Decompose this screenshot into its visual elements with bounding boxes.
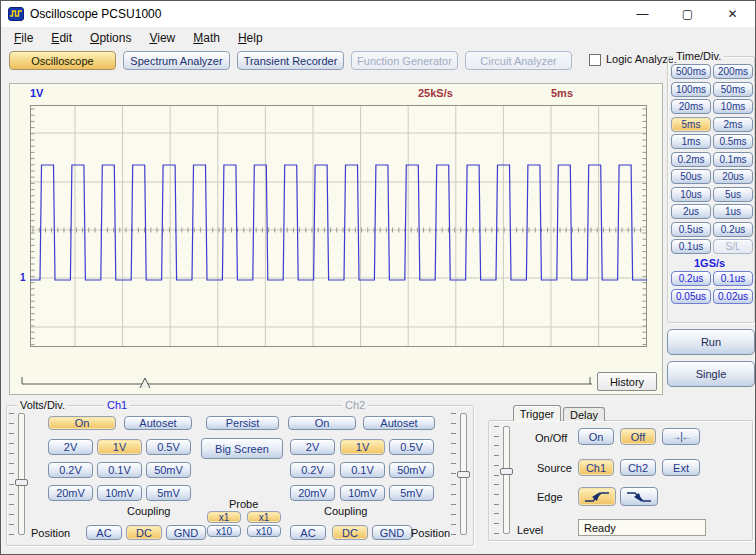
timediv-20ms[interactable]: 20ms <box>671 99 711 114</box>
rising-edge-icon[interactable] <box>578 487 616 506</box>
timediv-2us[interactable]: 2us <box>671 204 711 219</box>
ch1-position-label: Position <box>31 527 70 539</box>
timediv-1us[interactable]: 1us <box>713 204 753 219</box>
ch1-coupling-ac[interactable]: AC <box>86 525 122 540</box>
ch1-volts-0-2v[interactable]: 0.2V <box>48 462 93 478</box>
horizontal-position-slider[interactable] <box>18 372 596 390</box>
menubar: FileEditOptionsViewMathHelp <box>1 27 755 49</box>
trigger-level-slider[interactable] <box>494 426 512 534</box>
menu-help[interactable]: Help <box>229 29 272 47</box>
timediv-0-5ms[interactable]: 0.5ms <box>713 134 753 149</box>
ch1-volts-0-1v[interactable]: 0.1V <box>97 462 142 478</box>
menu-options[interactable]: Options <box>81 29 140 47</box>
timediv-gs-0-1us[interactable]: 0.1us <box>713 271 753 286</box>
voltsdiv-title: Volts/Div. <box>17 399 68 411</box>
ch1-volts-20mv[interactable]: 20mV <box>48 485 93 501</box>
trigger-off-button[interactable]: Off <box>620 428 656 445</box>
menu-math[interactable]: Math <box>184 29 229 47</box>
ch2-volts-5mv[interactable]: 5mV <box>389 485 434 501</box>
persist-button[interactable]: Persist <box>206 416 279 430</box>
menu-view[interactable]: View <box>140 29 184 47</box>
ch1-position-slider[interactable] <box>9 413 27 535</box>
ch2-volts-10mv[interactable]: 10mV <box>340 485 385 501</box>
waveform-plot <box>30 105 647 347</box>
trigger-source-label: Source <box>537 462 572 474</box>
timediv-0-2ms[interactable]: 0.2ms <box>671 152 711 167</box>
timediv-gs-0-2us[interactable]: 0.2us <box>671 271 711 286</box>
timediv-500ms[interactable]: 500ms <box>671 64 711 79</box>
gigasample-label: 1GS/s <box>694 257 725 269</box>
ch2-position-slider[interactable] <box>451 413 469 535</box>
timediv-5us[interactable]: 5us <box>713 187 753 202</box>
ch1-on-button[interactable]: On <box>48 416 116 430</box>
ch1-probe-x10[interactable]: x10 <box>207 525 241 537</box>
timediv-10ms[interactable]: 10ms <box>713 99 753 114</box>
timediv-1ms[interactable]: 1ms <box>671 134 711 149</box>
ch1-volts-2v[interactable]: 2V <box>48 439 93 455</box>
big-screen-button[interactable]: Big Screen <box>201 438 283 459</box>
ch1-probe-x1[interactable]: x1 <box>207 511 241 523</box>
ch1-coupling-dc[interactable]: DC <box>126 525 162 540</box>
minimize-icon[interactable]: — <box>620 1 665 27</box>
ch2-volts-50mv[interactable]: 50mV <box>389 462 434 478</box>
ch2-volts-2v[interactable]: 2V <box>290 439 335 455</box>
timediv-0-2us[interactable]: 0.2us <box>713 222 753 237</box>
ch2-volts-0-1v[interactable]: 0.1V <box>340 462 385 478</box>
timediv-100ms[interactable]: 100ms <box>671 82 711 97</box>
single-button[interactable]: Single <box>667 361 755 387</box>
tab-delay[interactable]: Delay <box>563 407 605 421</box>
timediv-0-1us[interactable]: 0.1us <box>671 239 711 254</box>
ch2-coupling-gnd[interactable]: GND <box>372 525 412 540</box>
tab-transient-recorder[interactable]: Transient Recorder <box>237 51 344 70</box>
ch2-volts-1v[interactable]: 1V <box>340 439 385 455</box>
timediv-20us[interactable]: 20us <box>713 169 753 184</box>
menu-file[interactable]: File <box>5 29 42 47</box>
maximize-icon[interactable]: ▢ <box>665 1 710 27</box>
ch1-volts-10mv[interactable]: 10mV <box>97 485 142 501</box>
ch2-coupling-dc[interactable]: DC <box>332 525 368 540</box>
timediv-200ms[interactable]: 200ms <box>713 64 753 79</box>
falling-edge-icon[interactable] <box>620 487 658 506</box>
ch2-probe-x10[interactable]: x10 <box>247 525 281 537</box>
timediv-0-1ms[interactable]: 0.1ms <box>713 152 753 167</box>
timediv-50us[interactable]: 50us <box>671 169 711 184</box>
ch1-coupling-gnd[interactable]: GND <box>166 525 206 540</box>
trigger-center-icon[interactable]: →|← <box>662 428 700 445</box>
timediv-gs-0-05us[interactable]: 0.05us <box>671 289 711 304</box>
ch2-probe-x1[interactable]: x1 <box>247 511 281 523</box>
ch2-position-label: Position <box>411 527 450 539</box>
history-button[interactable]: History <box>597 372 657 391</box>
titlebar: Oscilloscope PCSU1000 — ▢ ✕ <box>1 1 755 27</box>
ch2-volts-20mv[interactable]: 20mV <box>290 485 335 501</box>
ch2-autoset-button[interactable]: Autoset <box>363 416 435 430</box>
ch1-volts-5mv[interactable]: 5mV <box>146 485 191 501</box>
tab-trigger[interactable]: Trigger <box>513 405 561 421</box>
close-icon[interactable]: ✕ <box>710 1 755 27</box>
tab-oscilloscope[interactable]: Oscilloscope <box>9 51 116 70</box>
ch1-autoset-button[interactable]: Autoset <box>124 416 192 430</box>
trigger-source-ch1[interactable]: Ch1 <box>578 459 614 476</box>
ch1-volts-1v[interactable]: 1V <box>97 439 142 455</box>
run-button[interactable]: Run <box>667 329 755 355</box>
timediv-10us[interactable]: 10us <box>671 187 711 202</box>
ch1-volts-0-5v[interactable]: 0.5V <box>146 439 191 455</box>
ch1-volts-50mv[interactable]: 50mV <box>146 462 191 478</box>
ch2-coupling-ac[interactable]: AC <box>290 525 326 540</box>
tab-function-generator: Function Generator <box>351 51 458 70</box>
timediv-50ms[interactable]: 50ms <box>713 82 753 97</box>
ch2-on-button[interactable]: On <box>288 416 356 430</box>
channel1-position-marker[interactable]: 1 <box>20 272 26 283</box>
logic-analyzer-checkbox[interactable] <box>589 54 601 66</box>
timediv-gs-0-02us[interactable]: 0.02us <box>713 289 753 304</box>
trigger-on-button[interactable]: On <box>578 428 614 445</box>
ch2-volts-0-2v[interactable]: 0.2V <box>290 462 335 478</box>
trigger-source-ch2[interactable]: Ch2 <box>620 459 656 476</box>
trigger-source-ext[interactable]: Ext <box>662 459 700 476</box>
ch2-volts-0-5v[interactable]: 0.5V <box>389 439 434 455</box>
menu-edit[interactable]: Edit <box>42 29 81 47</box>
timediv-5ms[interactable]: 5ms <box>671 117 711 132</box>
scope-time-per-div-label: 5ms <box>551 87 573 99</box>
tab-spectrum-analyzer[interactable]: Spectrum Analyzer <box>123 51 230 70</box>
timediv-0-5us[interactable]: 0.5us <box>671 222 711 237</box>
timediv-2ms[interactable]: 2ms <box>713 117 753 132</box>
